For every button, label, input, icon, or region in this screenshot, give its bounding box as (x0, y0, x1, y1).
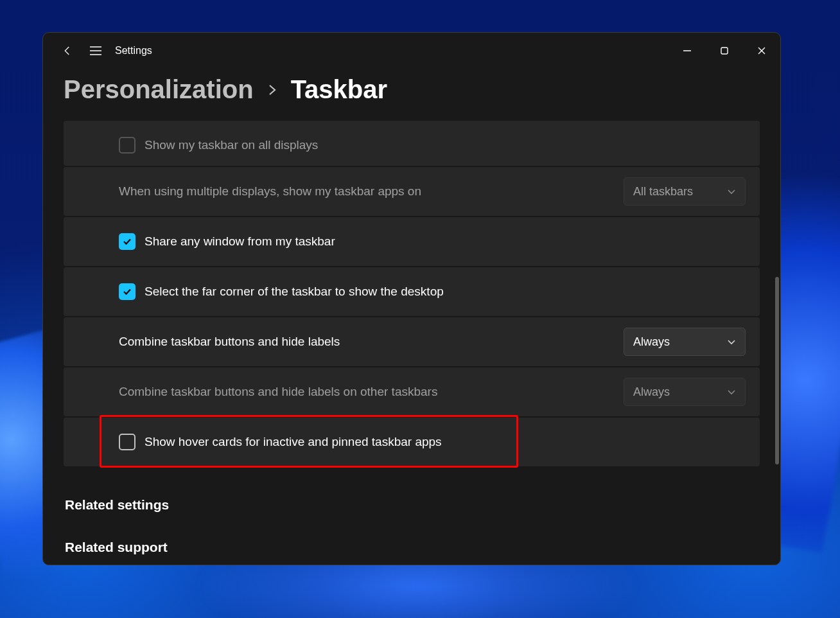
row-far-corner: Select the far corner of the taskbar to … (64, 267, 760, 316)
maximize-button[interactable] (706, 37, 743, 65)
settings-window: Settings Personalization Taskbar Show (42, 32, 781, 565)
dropdown-combine[interactable]: Always (624, 328, 746, 356)
scrollbar[interactable] (775, 277, 779, 464)
label-far-corner: Select the far corner of the taskbar to … (144, 285, 444, 299)
chevron-down-icon (727, 335, 736, 349)
checkbox-share-window[interactable] (119, 233, 136, 250)
row-combine: Combine taskbar buttons and hide labels … (64, 317, 760, 366)
breadcrumb-parent[interactable]: Personalization (64, 75, 254, 104)
settings-list: Show my taskbar on all displays When usi… (64, 121, 760, 466)
row-show-all-displays: Show my taskbar on all displays (64, 121, 760, 166)
window-controls (669, 37, 780, 65)
checkbox-hover-cards[interactable] (119, 434, 136, 450)
titlebar: Settings (43, 33, 780, 69)
label-combine-other: Combine taskbar buttons and hide labels … (119, 385, 437, 399)
breadcrumb-current: Taskbar (291, 75, 387, 104)
svg-rect-4 (721, 48, 728, 54)
dropdown-multi-show-on[interactable]: All taskbars (624, 177, 746, 206)
row-hover-cards: Show hover cards for inactive and pinned… (64, 418, 760, 466)
minimize-button[interactable] (669, 37, 706, 65)
dropdown-value: Always (633, 335, 670, 349)
label-combine: Combine taskbar buttons and hide labels (119, 335, 340, 349)
row-combine-other: Combine taskbar buttons and hide labels … (64, 367, 760, 416)
related-support-header: Related support (65, 540, 760, 555)
chevron-down-icon (727, 185, 736, 199)
label-hover-cards: Show hover cards for inactive and pinned… (144, 435, 442, 449)
hamburger-menu-icon[interactable] (82, 37, 110, 65)
row-share-window: Share any window from my taskbar (64, 217, 760, 266)
checkbox-far-corner[interactable] (119, 283, 136, 300)
content-area: Personalization Taskbar Show my taskbar … (43, 69, 780, 565)
app-title: Settings (115, 45, 152, 57)
label-share-window: Share any window from my taskbar (144, 234, 335, 249)
label-multi-show-on: When using multiple displays, show my ta… (119, 184, 421, 199)
chevron-down-icon (727, 385, 736, 399)
dropdown-combine-other[interactable]: Always (624, 378, 746, 406)
chevron-right-icon (268, 83, 277, 100)
close-button[interactable] (743, 37, 780, 65)
row-multi-show-on: When using multiple displays, show my ta… (64, 167, 760, 216)
breadcrumb: Personalization Taskbar (64, 75, 760, 104)
dropdown-value: All taskbars (633, 185, 693, 199)
related-settings-header: Related settings (65, 497, 760, 513)
dropdown-value: Always (633, 385, 670, 399)
checkbox-show-all-displays[interactable] (119, 137, 136, 154)
label-show-all-displays: Show my taskbar on all displays (144, 138, 318, 152)
back-button[interactable] (53, 37, 82, 65)
